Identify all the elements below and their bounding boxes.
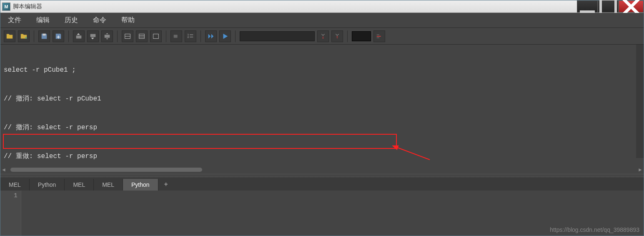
toolbar: 12 [0,28,644,45]
separator [347,30,348,42]
output-content: select -r pCube1 ; // 撤消: select -r pCub… [0,45,644,166]
svg-rect-3 [76,35,82,38]
clear-input-button[interactable] [87,30,99,42]
editor-pane: 1 [0,191,644,236]
svg-text:2: 2 [188,35,189,38]
output-line: select -r pCube1 ; [4,65,640,75]
tab-python-active[interactable]: Python [123,179,158,191]
output-line: // 重做: select -r persp [4,152,640,161]
menu-command[interactable]: 命令 [90,14,110,26]
menu-help[interactable]: 帮助 [118,14,138,26]
tab-mel[interactable]: MEL [0,179,30,191]
window-title: 脚本编辑器 [13,3,577,10]
search-down-button[interactable] [317,30,329,42]
scroll-left-icon[interactable]: ◄ [0,166,7,173]
line-gutter: 1 [0,191,21,236]
line-numbers-button[interactable]: 12 [185,30,196,42]
close-button[interactable] [619,0,644,13]
tab-python[interactable]: Python [30,179,65,191]
maximize-button[interactable] [598,0,619,13]
separator [200,30,201,42]
output-line: // 撤消: select -r persp [4,123,640,133]
title-bar[interactable]: M 脚本编辑器 [0,0,644,13]
svg-rect-2 [43,33,45,35]
svg-rect-0 [580,10,595,13]
output-line: // 撤消: select -r pCube1 [4,94,640,104]
menu-history[interactable]: 历史 [61,14,81,26]
scroll-thumb[interactable] [10,168,202,172]
pane-divider[interactable] [0,174,644,177]
svg-rect-11 [153,34,159,38]
vertical-scrollbar[interactable] [636,45,644,158]
goto-line-field[interactable] [352,31,371,41]
window-buttons [577,0,644,13]
source-script-button[interactable] [18,30,30,42]
show-history-button[interactable] [122,30,133,42]
separator [166,30,166,42]
output-pane[interactable]: select -r pCube1 ; // 撤消: select -r pCub… [0,45,644,166]
line-number: 1 [2,192,18,199]
app-icon: M [2,3,10,11]
menu-bar: 文件 编辑 历史 命令 帮助 [0,13,644,28]
svg-rect-12 [174,35,178,38]
show-both-button[interactable] [150,30,162,42]
tab-mel[interactable]: MEL [65,179,94,191]
separator [235,30,236,42]
goto-line-button[interactable] [373,30,385,42]
svg-rect-1 [601,0,616,14]
tab-mel[interactable]: MEL [94,179,123,191]
watermark: https://blog.csdn.net/qq_39889893 [550,226,639,233]
minimize-button[interactable] [577,0,598,13]
execute-all-button[interactable] [205,30,217,42]
echo-commands-button[interactable] [170,30,182,42]
menu-edit[interactable]: 编辑 [33,14,53,26]
save-to-shelf-button[interactable] [53,30,64,42]
search-field[interactable] [240,31,315,41]
separator [68,30,69,42]
save-button[interactable] [38,30,50,42]
svg-rect-5 [105,35,110,38]
open-script-button[interactable] [4,30,15,42]
script-editor-window: M 脚本编辑器 文件 编辑 历史 命令 帮助 [0,0,644,236]
svg-rect-4 [90,34,96,37]
separator [117,30,118,42]
search-up-button[interactable] [331,30,343,42]
tab-bar: MEL Python MEL MEL Python + [0,177,644,191]
svg-rect-8 [139,34,145,38]
menu-file[interactable]: 文件 [5,14,25,26]
tab-add-button[interactable]: + [158,178,174,191]
separator [34,30,34,42]
clear-all-button[interactable] [101,30,113,42]
show-input-button[interactable] [136,30,148,42]
clear-history-button[interactable] [73,30,85,42]
horizontal-scrollbar[interactable]: ◄ ► [0,166,644,174]
scroll-right-icon[interactable]: ► [637,166,644,173]
execute-button[interactable] [219,30,231,42]
